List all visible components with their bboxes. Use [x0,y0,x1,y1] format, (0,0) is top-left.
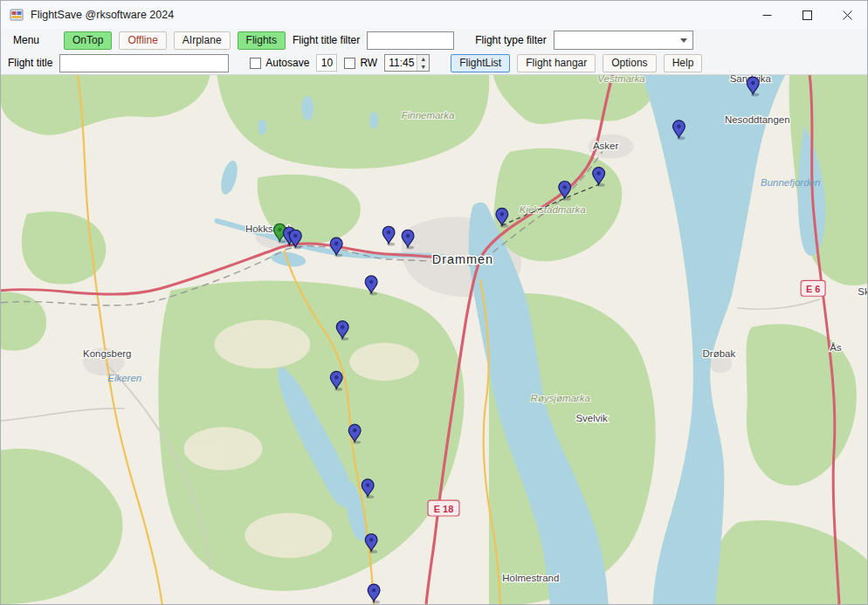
app-icon [10,8,24,22]
autosave-interval-input[interactable]: 10 [316,54,337,72]
map-label-sk: Sk [858,286,867,297]
map-label-kjekstadmarka: Kjekstadmarka [520,204,586,215]
close-button[interactable] [827,1,867,29]
spinner-down-icon[interactable]: ▼ [417,63,429,71]
autosave-checkbox[interactable] [250,58,261,69]
menu-button[interactable]: Menu [8,32,45,48]
ontop-button[interactable]: OnTop [64,31,112,50]
flight-title-input[interactable] [59,54,229,72]
app-window: FlightSave @rksoftware 2024 Menu OnTop O… [0,0,868,605]
map-label-vestmarka: Vestmarka [597,75,644,84]
flight-type-filter-select[interactable] [554,31,693,50]
options-button[interactable]: Options [603,54,656,72]
road-shield: E 18 [428,500,459,516]
help-button[interactable]: Help [664,54,703,72]
flight-type-filter-label: Flight type filter [475,34,546,46]
map-label-svelvik: Svelvik [575,413,608,423]
map-label-drammen: Drammen [432,252,493,266]
flight-title-filter-input[interactable] [367,31,454,50]
map-label-nesoddtangen: Nesoddtangen [725,114,790,125]
window-controls [747,1,867,29]
toolbar-row-1: Menu OnTop Offline AIrplane Flights Flig… [1,29,867,52]
map-label-eikeren: Eikeren [107,373,141,383]
titlebar: FlightSave @rksoftware 2024 [1,1,867,29]
flights-button[interactable]: Flights [238,31,286,50]
flight-title-label: Flight title [8,57,52,69]
map-label-kongsberg: Kongsberg [83,348,131,359]
time-value: 11:45 [385,55,417,71]
svg-text:E 6: E 6 [806,284,820,294]
map-label-asker: Asker [593,141,619,151]
map-label-drøbak: Drøbak [703,348,736,359]
minimize-button[interactable] [747,1,787,29]
spinner-up-icon[interactable]: ▲ [417,55,429,63]
map-label-ås: Ås [830,342,842,353]
map-label-finnemarka: Finnemarka [402,110,455,120]
window-title: FlightSave @rksoftware 2024 [31,9,174,21]
map-canvas[interactable]: E 6E 18 SandvikaVestmarkaFinnemarkaNesod… [1,75,867,604]
flight-title-filter-label: Flight title filter [293,34,360,46]
chevron-down-icon [680,38,687,43]
airplane-button[interactable]: AIrplane [174,31,231,50]
offline-button[interactable]: Offline [119,31,166,50]
toolbar-row-2: Flight title Autosave 10 RW 11:45 ▲ ▼ Fl… [1,52,867,75]
flight-hangar-button[interactable]: Flight hangar [517,54,596,72]
svg-text:E 18: E 18 [434,504,454,514]
rw-checkbox[interactable] [344,58,355,69]
road-shield: E 6 [801,280,825,296]
map-label-røysjømarka: Røysjømarka [531,393,590,403]
map-label-holmestrand: Holmestrand [502,573,559,583]
map-label-bunnefjorden: Bunnefjorden [761,177,820,188]
time-spinner[interactable]: 11:45 ▲ ▼ [384,54,430,72]
autosave-label: Autosave [265,57,309,69]
flightlist-button[interactable]: FlightList [451,54,510,72]
rw-label: RW [360,57,377,69]
maximize-button[interactable] [787,1,827,29]
